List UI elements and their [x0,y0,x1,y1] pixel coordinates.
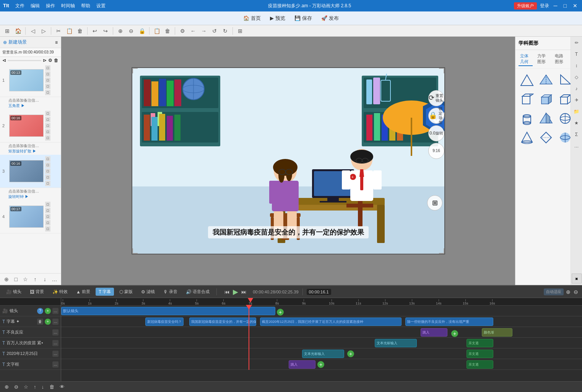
maximize-button[interactable]: □ [562,3,568,9]
scene-more-btn[interactable]: … [50,275,59,283]
scene-side-btn3[interactable]: □ [45,78,50,83]
scene-side-btn[interactable]: □ [45,168,50,174]
canvas-frame[interactable]: + 我国新冠病毒疫苗是安全的，并有一定的保护效果 [132,67,445,254]
new-scene-button[interactable]: ⊕ 新建场景 [3,39,27,45]
bc-add-btn[interactable]: ⊕ [3,383,10,390]
etb-lock-btn[interactable]: 🔒 [138,27,146,35]
bc-delete-btn[interactable]: 🗑 [48,383,56,390]
bc-down-btn[interactable]: ↓ [40,383,46,390]
scene-item[interactable]: 2 00:16 □ □ □ □ □ [0,109,61,143]
scene-add-btn[interactable]: ⊕ [2,275,10,283]
clip-date-1[interactable]: 文本光标输入 [302,350,344,358]
etb-home-btn[interactable]: 🏠 [14,27,22,35]
audio-prev-icon[interactable]: ⊲ [2,58,6,63]
scene-sort-icon[interactable]: ≡ [55,40,58,45]
scene-side-btn[interactable]: □ [45,156,50,162]
etb-cut-btn[interactable]: ✂ [54,27,63,35]
clip-textbox-2[interactable]: 亲支遁 [467,360,493,369]
scene-side-btn[interactable]: □ [45,123,50,128]
canvas-handle[interactable] [284,282,292,285]
scene-item[interactable]: 4 00:17 □ □ □ □ □ [0,200,61,233]
close-button[interactable]: ✕ [571,3,579,9]
scene-copy-btn[interactable]: □ [12,275,20,283]
shape-prism[interactable] [538,110,554,127]
tl-zoomin-btn[interactable]: ⊕ [565,288,571,296]
timeline-tab-fx[interactable]: ✨ 特效 [49,288,71,296]
lens-add-btn[interactable]: + [277,309,284,316]
timeline-tab-bg[interactable]: 🖼 背景 [27,288,47,296]
etb-cw-btn[interactable]: ↻ [221,27,229,35]
audio-delete-icon[interactable]: 🗑 [54,58,59,63]
tool-star[interactable]: ★ [572,118,581,128]
scene-side-btn[interactable]: □ [45,129,50,134]
bc-eye-btn[interactable]: 👁 [58,383,66,390]
track-more4-btn[interactable]: … [52,340,59,346]
scene-side-btn4[interactable]: □ [45,84,50,89]
scene-side-btn[interactable]: □ [45,214,50,219]
etb-more-btn[interactable]: ⊞ [236,27,244,35]
clip-subtitle-4[interactable]: 除一些轻微的不良反应外，没有出现严重 [405,317,493,326]
etb-prev-btn[interactable]: ◁ [29,27,37,35]
track-help-btn[interactable]: ? [37,308,43,314]
etb-ccw-btn[interactable]: ↺ [210,27,219,35]
scene-side-btn[interactable]: □ [45,162,50,168]
toolbar-publish[interactable]: 🚀 发布 [321,15,339,22]
shape-cube[interactable] [519,91,535,108]
aspect-ratio-button[interactable]: 9:16 [428,143,444,159]
shape-sphere-3d[interactable] [557,129,571,146]
expand-icon[interactable]: ⊞ [427,195,442,211]
track-more6-btn[interactable]: … [52,361,59,368]
scene-down-btn[interactable]: ↓ [41,275,49,283]
scene-star-btn[interactable]: ☆ [21,275,29,283]
scene-item[interactable]: 3 00:16 □ □ □ □ □ [0,155,61,188]
scene-up-btn[interactable]: ↑ [31,275,39,283]
audio-next-icon[interactable]: ⊳ [43,58,47,63]
etb-copy-btn[interactable]: 📋 [65,27,73,35]
shape-triangle-right[interactable] [557,72,571,89]
clip-subtitle-2[interactable]: 我国新冠病毒疫苗是安全的，并有一定的保护效果 [189,317,256,326]
clip-default-lens[interactable]: 默认镜头 [61,307,275,315]
clip-millions-2[interactable]: 亲支遁 [467,339,493,347]
tl-zoomout-btn[interactable]: ⊖ [573,288,579,296]
reset-lens-button[interactable]: ⟳ 重置镜头 [428,90,444,106]
etb-delete2-btn[interactable]: 🗑 [163,27,172,35]
scene-side-btn1[interactable]: □ [45,65,50,71]
timeline-tab-fg[interactable]: ▲ 前景 [73,288,93,296]
scene-side-btn[interactable]: □ [45,111,50,116]
shape-cube-3d[interactable] [538,91,554,108]
toolbar-home[interactable]: 🏠 首页 [243,15,261,22]
track-more5-btn[interactable]: … [52,351,59,357]
scene-side-btn[interactable]: □ [45,226,50,232]
scene-side-btn[interactable]: □ [45,208,50,213]
etb-right-btn[interactable]: → [200,27,208,35]
textbox-add-btn[interactable]: + [317,361,324,368]
tool-text[interactable]: T [572,50,581,59]
clip-color-gradient[interactable]: 颜色渐 [482,328,512,337]
scene-side-btn2[interactable]: □ [45,71,50,77]
category-solid-geometry[interactable]: 立体几何 [519,52,533,66]
clip-subtitle-1[interactable]: 新冠病毒疫苗安全吗？ [145,317,184,326]
bad-reaction-add-btn[interactable]: + [451,330,458,337]
etb-grid-btn[interactable]: ⊞ [3,27,11,35]
menu-edit[interactable]: 编辑 [31,3,40,9]
menu-help[interactable]: 帮助 [81,3,90,9]
category-circuit[interactable]: 电路图形 [553,52,567,66]
scene-side-btn[interactable]: □ [45,117,50,122]
tool-music[interactable]: ♪ [572,84,581,93]
menu-operate[interactable]: 操作 [46,3,55,9]
scene-side-btn[interactable]: □ [45,220,50,225]
upgrade-button[interactable]: 升级账户 [514,2,537,10]
track-add-btn[interactable]: + [45,308,51,314]
etb-left-btn[interactable]: ← [189,27,197,35]
shape-sphere[interactable] [557,110,571,127]
scene-item[interactable]: 1 00:13 □ □ □ □ □ [0,64,61,97]
play-btn[interactable]: ▶ [232,287,239,297]
menu-settings[interactable]: 设置 [96,3,106,9]
etb-undo-btn[interactable]: ↩ [91,27,99,35]
lock-scene-button[interactable]: 🔒 锁定场景 [428,108,444,124]
timeline-tab-filter[interactable]: ⚙ 滤镜 [138,288,158,296]
etb-settings-btn[interactable]: ⚙ [178,27,187,35]
etb-copy2-btn[interactable]: 📋 [153,27,161,35]
login-button[interactable]: 登录 [540,3,549,9]
audio-slider[interactable] [8,60,41,61]
